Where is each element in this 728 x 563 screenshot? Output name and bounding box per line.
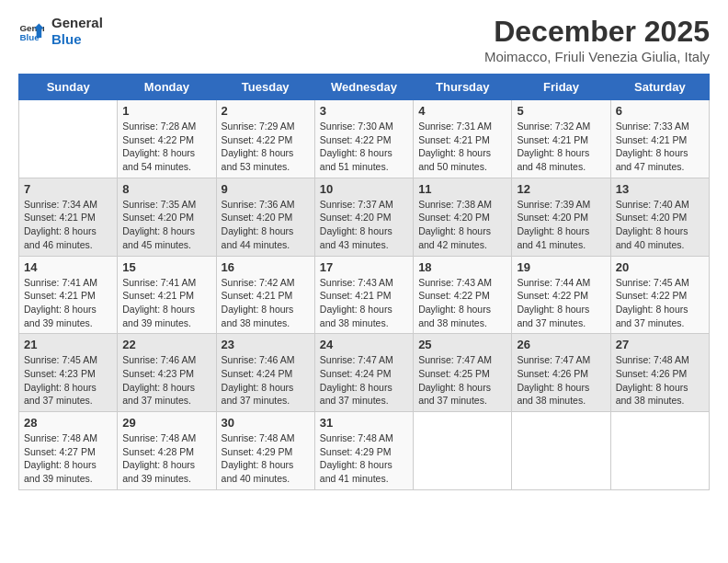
day-info: Sunrise: 7:28 AM Sunset: 4:22 PM Dayligh… bbox=[122, 120, 210, 174]
day-number: 16 bbox=[222, 260, 310, 274]
calendar-cell: 14Sunrise: 7:41 AM Sunset: 4:21 PM Dayli… bbox=[19, 256, 118, 334]
day-info: Sunrise: 7:43 AM Sunset: 4:22 PM Dayligh… bbox=[418, 276, 506, 330]
day-info: Sunrise: 7:29 AM Sunset: 4:22 PM Dayligh… bbox=[222, 120, 310, 174]
calendar-cell: 29Sunrise: 7:48 AM Sunset: 4:28 PM Dayli… bbox=[118, 412, 216, 490]
calendar-cell bbox=[610, 412, 709, 490]
calendar-week-row: 7Sunrise: 7:34 AM Sunset: 4:21 PM Daylig… bbox=[19, 178, 710, 256]
day-info: Sunrise: 7:42 AM Sunset: 4:21 PM Dayligh… bbox=[222, 276, 310, 330]
month-title: December 2025 bbox=[484, 15, 710, 49]
day-info: Sunrise: 7:41 AM Sunset: 4:21 PM Dayligh… bbox=[122, 276, 210, 330]
day-number: 22 bbox=[122, 338, 210, 351]
calendar-table: SundayMondayTuesdayWednesdayThursdayFrid… bbox=[18, 74, 710, 490]
calendar-cell: 18Sunrise: 7:43 AM Sunset: 4:22 PM Dayli… bbox=[414, 256, 512, 334]
day-info: Sunrise: 7:47 AM Sunset: 4:24 PM Dayligh… bbox=[320, 353, 408, 408]
calendar-cell: 23Sunrise: 7:46 AM Sunset: 4:24 PM Dayli… bbox=[216, 334, 314, 412]
calendar-cell bbox=[414, 412, 512, 490]
day-info: Sunrise: 7:37 AM Sunset: 4:20 PM Dayligh… bbox=[320, 198, 408, 252]
weekday-header-sunday: Sunday bbox=[19, 75, 118, 100]
title-area: December 2025 Moimacco, Friuli Venezia G… bbox=[484, 15, 710, 64]
calendar-cell: 30Sunrise: 7:48 AM Sunset: 4:29 PM Dayli… bbox=[216, 412, 314, 490]
day-info: Sunrise: 7:44 AM Sunset: 4:22 PM Dayligh… bbox=[517, 276, 605, 330]
day-number: 18 bbox=[418, 260, 506, 274]
calendar-cell: 9Sunrise: 7:36 AM Sunset: 4:20 PM Daylig… bbox=[216, 178, 314, 256]
calendar-cell: 11Sunrise: 7:38 AM Sunset: 4:20 PM Dayli… bbox=[414, 178, 512, 256]
day-number: 4 bbox=[418, 104, 506, 118]
calendar-cell: 5Sunrise: 7:32 AM Sunset: 4:21 PM Daylig… bbox=[512, 100, 610, 178]
calendar-cell: 15Sunrise: 7:41 AM Sunset: 4:21 PM Dayli… bbox=[118, 256, 216, 334]
day-info: Sunrise: 7:43 AM Sunset: 4:21 PM Dayligh… bbox=[320, 276, 408, 330]
day-info: Sunrise: 7:34 AM Sunset: 4:21 PM Dayligh… bbox=[24, 198, 112, 252]
calendar-cell: 13Sunrise: 7:40 AM Sunset: 4:20 PM Dayli… bbox=[610, 178, 709, 256]
day-number: 17 bbox=[320, 260, 408, 274]
calendar-cell: 20Sunrise: 7:45 AM Sunset: 4:22 PM Dayli… bbox=[610, 256, 709, 334]
day-info: Sunrise: 7:40 AM Sunset: 4:20 PM Dayligh… bbox=[616, 198, 704, 252]
day-info: Sunrise: 7:48 AM Sunset: 4:26 PM Dayligh… bbox=[616, 353, 704, 408]
calendar-cell: 19Sunrise: 7:44 AM Sunset: 4:22 PM Dayli… bbox=[512, 256, 610, 334]
day-number: 7 bbox=[24, 182, 112, 196]
calendar-cell: 25Sunrise: 7:47 AM Sunset: 4:25 PM Dayli… bbox=[414, 334, 512, 412]
day-number: 31 bbox=[320, 416, 408, 430]
calendar-cell: 24Sunrise: 7:47 AM Sunset: 4:24 PM Dayli… bbox=[314, 334, 413, 412]
calendar-cell bbox=[19, 100, 118, 178]
day-info: Sunrise: 7:35 AM Sunset: 4:20 PM Dayligh… bbox=[122, 198, 210, 252]
day-info: Sunrise: 7:36 AM Sunset: 4:20 PM Dayligh… bbox=[222, 198, 310, 252]
day-number: 30 bbox=[222, 416, 310, 430]
logo: General Blue General Blue bbox=[18, 15, 103, 48]
weekday-header-saturday: Saturday bbox=[610, 75, 709, 100]
calendar-cell: 22Sunrise: 7:46 AM Sunset: 4:23 PM Dayli… bbox=[118, 334, 216, 412]
calendar-cell: 2Sunrise: 7:29 AM Sunset: 4:22 PM Daylig… bbox=[216, 100, 314, 178]
day-info: Sunrise: 7:32 AM Sunset: 4:21 PM Dayligh… bbox=[517, 120, 605, 174]
day-number: 10 bbox=[320, 182, 408, 196]
day-info: Sunrise: 7:47 AM Sunset: 4:26 PM Dayligh… bbox=[517, 353, 605, 408]
day-number: 21 bbox=[24, 338, 112, 351]
day-number: 20 bbox=[616, 260, 704, 274]
calendar-cell: 17Sunrise: 7:43 AM Sunset: 4:21 PM Dayli… bbox=[314, 256, 413, 334]
day-info: Sunrise: 7:38 AM Sunset: 4:20 PM Dayligh… bbox=[418, 198, 506, 252]
day-number: 2 bbox=[222, 104, 310, 118]
calendar-cell: 3Sunrise: 7:30 AM Sunset: 4:22 PM Daylig… bbox=[314, 100, 413, 178]
calendar-cell: 10Sunrise: 7:37 AM Sunset: 4:20 PM Dayli… bbox=[314, 178, 413, 256]
day-info: Sunrise: 7:48 AM Sunset: 4:29 PM Dayligh… bbox=[222, 431, 310, 486]
logo-line1: General bbox=[51, 15, 103, 31]
calendar-week-row: 1Sunrise: 7:28 AM Sunset: 4:22 PM Daylig… bbox=[19, 100, 710, 178]
weekday-header-row: SundayMondayTuesdayWednesdayThursdayFrid… bbox=[19, 75, 710, 100]
calendar-cell: 31Sunrise: 7:48 AM Sunset: 4:29 PM Dayli… bbox=[314, 412, 413, 490]
day-info: Sunrise: 7:46 AM Sunset: 4:24 PM Dayligh… bbox=[222, 353, 310, 408]
day-info: Sunrise: 7:33 AM Sunset: 4:21 PM Dayligh… bbox=[616, 120, 704, 174]
weekday-header-wednesday: Wednesday bbox=[314, 75, 413, 100]
calendar-week-row: 14Sunrise: 7:41 AM Sunset: 4:21 PM Dayli… bbox=[19, 256, 710, 334]
weekday-header-friday: Friday bbox=[512, 75, 610, 100]
calendar-cell: 28Sunrise: 7:48 AM Sunset: 4:27 PM Dayli… bbox=[19, 412, 118, 490]
calendar-week-row: 28Sunrise: 7:48 AM Sunset: 4:27 PM Dayli… bbox=[19, 412, 710, 490]
calendar-cell: 1Sunrise: 7:28 AM Sunset: 4:22 PM Daylig… bbox=[118, 100, 216, 178]
logo-icon: General Blue bbox=[18, 18, 44, 44]
calendar-cell: 12Sunrise: 7:39 AM Sunset: 4:20 PM Dayli… bbox=[512, 178, 610, 256]
day-number: 8 bbox=[122, 182, 210, 196]
day-number: 13 bbox=[616, 182, 704, 196]
weekday-header-tuesday: Tuesday bbox=[216, 75, 314, 100]
day-number: 6 bbox=[616, 104, 704, 118]
weekday-header-thursday: Thursday bbox=[414, 75, 512, 100]
calendar-cell bbox=[512, 412, 610, 490]
day-info: Sunrise: 7:46 AM Sunset: 4:23 PM Dayligh… bbox=[122, 353, 210, 408]
day-number: 29 bbox=[122, 416, 210, 430]
day-number: 14 bbox=[24, 260, 112, 274]
day-info: Sunrise: 7:30 AM Sunset: 4:22 PM Dayligh… bbox=[320, 120, 408, 174]
logo-line2: Blue bbox=[51, 31, 103, 48]
day-number: 11 bbox=[418, 182, 506, 196]
day-number: 1 bbox=[122, 104, 210, 118]
calendar-cell: 21Sunrise: 7:45 AM Sunset: 4:23 PM Dayli… bbox=[19, 334, 118, 412]
day-number: 26 bbox=[517, 338, 605, 351]
day-number: 27 bbox=[616, 338, 704, 351]
calendar-cell: 16Sunrise: 7:42 AM Sunset: 4:21 PM Dayli… bbox=[216, 256, 314, 334]
day-info: Sunrise: 7:31 AM Sunset: 4:21 PM Dayligh… bbox=[418, 120, 506, 174]
location-title: Moimacco, Friuli Venezia Giulia, Italy bbox=[484, 49, 710, 64]
day-info: Sunrise: 7:45 AM Sunset: 4:22 PM Dayligh… bbox=[616, 276, 704, 330]
day-info: Sunrise: 7:45 AM Sunset: 4:23 PM Dayligh… bbox=[24, 353, 112, 408]
day-number: 25 bbox=[418, 338, 506, 351]
day-info: Sunrise: 7:48 AM Sunset: 4:27 PM Dayligh… bbox=[24, 431, 112, 486]
day-number: 9 bbox=[222, 182, 310, 196]
calendar-week-row: 21Sunrise: 7:45 AM Sunset: 4:23 PM Dayli… bbox=[19, 334, 710, 412]
day-info: Sunrise: 7:47 AM Sunset: 4:25 PM Dayligh… bbox=[418, 353, 506, 408]
day-number: 12 bbox=[517, 182, 605, 196]
